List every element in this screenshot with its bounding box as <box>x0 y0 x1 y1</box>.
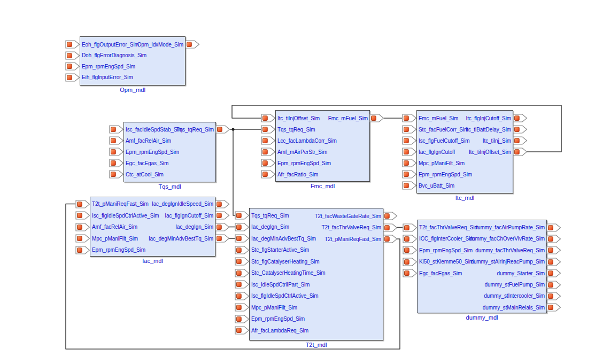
input-port-label: Tqs_tqReq_Sim <box>277 126 315 134</box>
output-port-dummy_Starter_Sim[interactable] <box>546 269 561 277</box>
output-port-label: dummy_facChOverVlvRate_Sim <box>469 235 545 243</box>
port-square-icon <box>405 271 409 276</box>
output-port-dummy_stFuelPump_Sim[interactable] <box>546 281 561 289</box>
input-port-Afr_facLambdaReq_Sim[interactable] <box>235 326 250 335</box>
output-port-label: Iac_degIgnIdleSpeed_Sim <box>152 200 213 208</box>
output-port-Itc_tiBattDelay_Sim[interactable] <box>513 125 528 134</box>
input-port-Isc_IdleSpdCtrlIPart_Sim[interactable] <box>235 280 250 289</box>
output-port-dummy_stIntercooler_Sim[interactable] <box>546 292 561 300</box>
input-port-Mpc_pManiFilt_Sim[interactable] <box>75 234 90 243</box>
input-port-label: Stc_flgStarterActive_Sim <box>251 246 309 254</box>
input-port-Isc_facIdleSpdStab_Sim[interactable] <box>109 125 124 134</box>
port-square-icon <box>217 213 222 218</box>
output-port-dummy_stMainRelais_Sim[interactable] <box>546 303 561 312</box>
block-label-Itc_mdl: Itc_mdl <box>455 195 474 201</box>
input-port-Egc_facEgas_Sim[interactable] <box>403 269 418 277</box>
wire-Tqs_tqReq-branch-to-T2t[interactable] <box>233 129 235 215</box>
output-port-Itc_tiInj_Sim[interactable] <box>513 136 528 145</box>
port-square-icon <box>548 248 553 253</box>
input-port-Ctc_atCool_Sim[interactable] <box>109 170 124 179</box>
input-port-Stc_facFuelCorr_Sim[interactable] <box>402 125 417 134</box>
output-port-dummy_facChOverVlvRate_Sim[interactable] <box>546 235 561 243</box>
input-port-label: Epm_rpmEngSpd_Sim <box>277 159 331 167</box>
output-port-Iac_degIgn_Sim[interactable] <box>215 223 230 231</box>
input-port-label: Mpc_pManiFilt_Sim <box>419 159 465 167</box>
input-port-Mpc_pManiFilt_Sim[interactable] <box>235 303 250 312</box>
input-port-Lcc_facLambdaCorr_Sim[interactable] <box>261 136 276 145</box>
output-port-T2t_facWasteGateRate_Sim[interactable] <box>383 212 398 220</box>
input-port-Fmc_mFuel_Sim[interactable] <box>402 114 417 122</box>
output-port-T2t_pManiReqFast_Sim[interactable] <box>383 235 398 243</box>
output-port-Iac_degIgnIdleSpeed_Sim[interactable] <box>215 200 230 208</box>
output-port-Itc_tiInjOffset_Sim[interactable] <box>513 148 528 156</box>
input-port-Epm_rpmEngSpd_Sim[interactable] <box>261 159 276 167</box>
output-port-dummy_stAirInjReacPump_Sim[interactable] <box>546 258 561 266</box>
input-port-Epm_rpmEngSpd_Sim[interactable] <box>109 148 124 156</box>
output-port-label: dummy_stAirInjReacPump_Sim <box>470 258 545 266</box>
output-port-Itc_flgInjCutoff_Sim[interactable] <box>513 114 528 122</box>
input-port-Tqs_tqReq_Sim[interactable] <box>261 125 276 134</box>
block-label-Tqs_mdl: Tqs_mdl <box>158 183 181 190</box>
input-port-Epm_rpmEngSpd_Sim[interactable] <box>235 315 250 323</box>
input-port-Itc_tiInjOffset_Sim[interactable] <box>261 114 276 122</box>
output-port-Tqs_tqReq_Sim[interactable] <box>215 125 230 134</box>
port-square-icon <box>372 116 376 121</box>
input-port-Epm_rpmEngSpd_Sim[interactable] <box>75 246 90 254</box>
output-port-label: Itc_flgInjCutoff_Sim <box>466 114 511 122</box>
output-port-label: Itc_tiBattDelay_Sim <box>466 126 511 134</box>
input-port-Stc_CatalyserHeatingTime_Sim[interactable] <box>235 269 250 277</box>
input-port-label: Mpc_pManiFilt_Sim <box>251 304 297 312</box>
input-port-Stc_flgCatalyserHeating_Sim[interactable] <box>235 257 250 266</box>
input-port-Isc_flgIdleSpdCtrlActive_Sim[interactable] <box>75 211 90 220</box>
input-port-Isc_flgIdleSpdCtrlActive_Sim[interactable] <box>235 292 250 300</box>
input-port-Amf_facRelAir_Sim[interactable] <box>75 223 90 231</box>
input-port-label: Afr_facRatio_Sim <box>277 171 318 179</box>
port-square-icon <box>67 42 72 47</box>
output-port-Iac_flgIgnCutoff_Sim[interactable] <box>215 211 230 220</box>
input-port-Isc_flgFuelCutoff_Sim[interactable] <box>402 136 417 145</box>
input-port-label: Bvc_uBatt_Sim <box>419 182 454 190</box>
input-port-Amf_mAirPerStr_Sim[interactable] <box>261 148 276 156</box>
output-port-Iac_degMinAdvBestTq_Sim[interactable] <box>215 234 230 243</box>
port-square-icon <box>111 127 116 132</box>
input-port-Epm_rpmEngSpd_Sim[interactable] <box>65 62 80 71</box>
block-label-T2t_mdl: T2t_mdl <box>306 342 327 348</box>
input-port-T2t_facThrValveReq_Sim[interactable] <box>403 223 418 232</box>
input-port-Iac_degMinAdvBestTq_Sim[interactable] <box>235 234 250 243</box>
input-port-Eoh_flgOutputError_Sim[interactable] <box>65 40 80 49</box>
input-port-T2t_pManiReqFast_Sim[interactable] <box>75 200 90 208</box>
output-port-label: dummy_facThrValveReq_Sim <box>475 246 545 254</box>
input-port-Epm_rpmEngSpd_Sim[interactable] <box>402 170 417 179</box>
output-port-dummy_facAirPumpRate_Sim[interactable] <box>546 223 561 232</box>
input-port-Tqs_tqReq_Sim[interactable] <box>235 211 250 220</box>
port-square-icon <box>111 150 116 154</box>
input-port-Mpc_pManiFilt_Sim[interactable] <box>402 159 417 167</box>
output-port-T2t_facThrValveReq_Sim[interactable] <box>383 223 398 232</box>
output-port-Opm_idxMode_Sim[interactable] <box>185 40 200 49</box>
port-square-icon <box>515 127 520 132</box>
input-port-Egc_facEgas_Sim[interactable] <box>109 159 124 167</box>
output-port-Fmc_mFuel_Sim[interactable] <box>369 114 384 122</box>
input-port-Iac_degIgn_Sim[interactable] <box>235 223 250 231</box>
output-port-dummy_facThrValveReq_Sim[interactable] <box>546 246 561 254</box>
output-port-label: dummy_stMainRelais_Sim <box>483 304 545 312</box>
input-port-label: T2t_facThrValveReq_Sim <box>419 223 479 231</box>
input-port-label: Doh_flgErrorDiagnosis_Sim <box>82 51 146 59</box>
input-port-Bvc_uBatt_Sim[interactable] <box>402 181 417 190</box>
input-port-ICC_flgInterCooler_Sim[interactable] <box>403 235 418 243</box>
input-port-Doh_flgErrorDiagnosis_Sim[interactable] <box>65 51 80 60</box>
port-square-icon <box>237 259 242 264</box>
input-port-Iac_flgIgnCutoff[interactable] <box>402 148 417 156</box>
port-square-icon <box>237 270 242 275</box>
input-port-Stc_flgStarterActive_Sim[interactable] <box>235 246 250 254</box>
block-label-Iac_mdl: Iac_mdl <box>142 258 163 264</box>
input-port-Eih_flgInputError_Sim[interactable] <box>65 73 80 82</box>
input-port-Afr_facRatio_Sim[interactable] <box>261 170 276 179</box>
port-square-icon <box>237 247 242 252</box>
input-port-label: Lcc_facLambdaCorr_Sim <box>277 137 337 145</box>
input-port-label: Epm_rpmEngSpd_Sim <box>419 246 473 254</box>
input-port-Epm_rpmEngSpd_Sim[interactable] <box>403 246 418 254</box>
input-port-Amf_facRelAir_Sim[interactable] <box>109 136 124 145</box>
input-port-Kl50_stKlemme50_Sim[interactable] <box>403 258 418 266</box>
output-port-label: dummy_Starter_Sim <box>497 269 545 277</box>
